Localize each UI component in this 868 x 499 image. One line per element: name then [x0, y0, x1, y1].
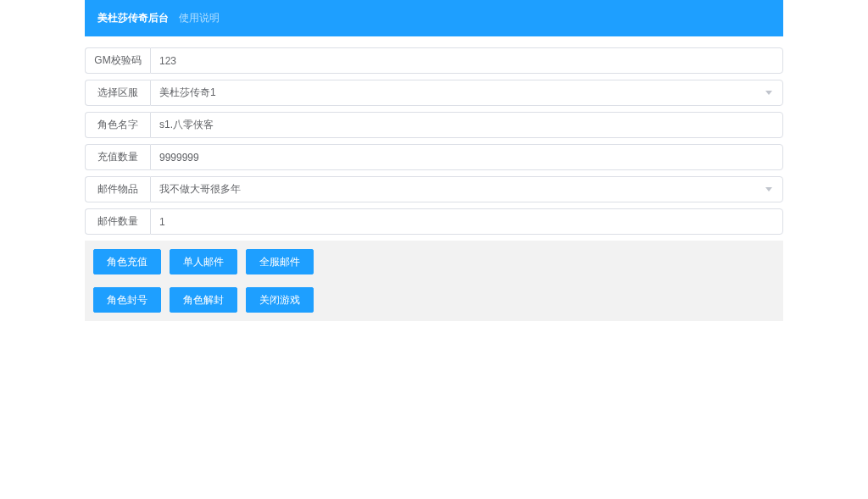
button-area: 角色充值 单人邮件 全服邮件 角色封号 角色解封 关闭游戏: [85, 241, 783, 321]
mail-item-select[interactable]: 我不做大哥很多年: [150, 176, 783, 202]
close-game-button[interactable]: 关闭游戏: [246, 287, 314, 313]
recharge-button[interactable]: 角色充值: [93, 249, 161, 274]
unban-button[interactable]: 角色解封: [170, 287, 237, 313]
character-row: 角色名字: [85, 112, 783, 138]
server-label: 选择区服: [85, 80, 150, 106]
server-select-value: 美杜莎传奇1: [159, 86, 216, 100]
recharge-amount-label: 充值数量: [85, 144, 150, 170]
gm-code-row: GM校验码: [85, 47, 783, 74]
single-mail-button[interactable]: 单人邮件: [170, 249, 237, 274]
mail-quantity-label: 邮件数量: [85, 208, 150, 235]
chevron-down-icon: [765, 91, 772, 95]
character-label: 角色名字: [85, 112, 150, 138]
help-link[interactable]: 使用说明: [179, 11, 220, 25]
recharge-amount-row: 充值数量: [85, 144, 783, 170]
form-area: GM校验码 选择区服 美杜莎传奇1 角色名字 充值数量 邮件物品 我不做大哥很多…: [85, 36, 783, 321]
mail-quantity-row: 邮件数量: [85, 208, 783, 235]
character-input[interactable]: [150, 112, 783, 138]
server-select[interactable]: 美杜莎传奇1: [150, 80, 783, 106]
gm-code-input[interactable]: [150, 47, 783, 74]
mail-item-row: 邮件物品 我不做大哥很多年: [85, 176, 783, 202]
button-row-2: 角色封号 角色解封 关闭游戏: [93, 287, 775, 313]
navbar-brand: 美杜莎传奇后台: [97, 11, 169, 25]
server-row: 选择区服 美杜莎传奇1: [85, 80, 783, 106]
recharge-amount-input[interactable]: [150, 144, 783, 170]
gm-code-label: GM校验码: [85, 47, 150, 74]
mail-item-select-value: 我不做大哥很多年: [159, 182, 241, 197]
ban-button[interactable]: 角色封号: [93, 287, 161, 313]
all-mail-button[interactable]: 全服邮件: [246, 249, 314, 274]
navbar: 美杜莎传奇后台 使用说明: [85, 0, 783, 36]
chevron-down-icon: [765, 187, 772, 191]
mail-quantity-input[interactable]: [150, 208, 783, 235]
mail-item-label: 邮件物品: [85, 176, 150, 202]
button-row-1: 角色充值 单人邮件 全服邮件: [93, 249, 775, 274]
